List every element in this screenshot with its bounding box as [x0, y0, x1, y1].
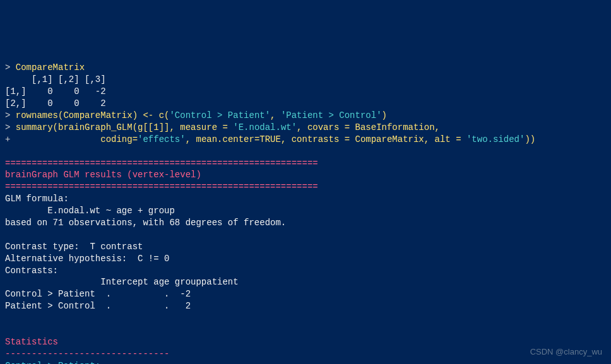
contrasts-header: Intercept age grouppatient	[5, 277, 239, 287]
string-literal: 'two.sided'	[466, 134, 525, 144]
prompt-char: >	[5, 110, 16, 120]
watermark-text: CSDN @clancy_wu	[530, 346, 602, 358]
command-text: summary(brainGraph_GLM(g[[1]], measure =	[16, 122, 233, 132]
matrix-header: [,1] [,2] [,3]	[5, 74, 106, 85]
results-title: brainGraph GLM results (vertex-level)	[5, 170, 201, 180]
glm-formula: E.nodal.wt ~ age + group	[5, 206, 175, 216]
observations-line: based on 71 observations, with 68 degree…	[5, 218, 286, 228]
string-literal: 'E.nodal.wt'	[233, 122, 297, 132]
string-literal: 'effects'	[138, 134, 186, 144]
prompt-char: >	[5, 62, 16, 73]
glm-formula-label: GLM formula:	[5, 194, 69, 204]
command-text: )	[382, 110, 387, 120]
separator-line: ========================================…	[5, 158, 318, 168]
continuation-char: +	[5, 134, 100, 144]
command-text: , mean.center=TRUE, contrasts = CompareM…	[186, 134, 466, 144]
command-text: ,	[270, 110, 281, 120]
statistics-label: Statistics	[5, 337, 58, 347]
command-text: coding=	[100, 134, 138, 144]
contrast-type: Contrast type: T contrast	[5, 242, 143, 252]
stats-divider: -------------------------------	[5, 349, 169, 359]
alt-hypothesis: Alternative hypothesis: C != 0	[5, 254, 169, 264]
command-text: ))	[525, 134, 535, 144]
command-text: , covars = BaseInformation,	[297, 122, 440, 132]
command-text: CompareMatrix	[16, 62, 85, 73]
contrasts-label: Contrasts:	[5, 266, 58, 276]
string-literal: 'Control > Patient'	[169, 110, 270, 120]
matrix-row: [2,] 0 0 2	[5, 98, 106, 109]
stat-contrast-name: Control > Patient:	[5, 361, 100, 364]
separator-line: ========================================…	[5, 182, 318, 192]
contrast-row: Patient > Control . . 2	[5, 301, 191, 311]
matrix-row: [1,] 0 0 -2	[5, 86, 106, 97]
terminal-output: > CompareMatrix [,1] [,2] [,3] [1,] 0 0 …	[5, 50, 606, 364]
command-text: rownames(CompareMatrix) <- c(	[16, 110, 170, 120]
string-literal: 'Patient > Control'	[281, 110, 382, 120]
contrast-row: Control > Patient . . -2	[5, 289, 191, 299]
prompt-char: >	[5, 122, 16, 132]
